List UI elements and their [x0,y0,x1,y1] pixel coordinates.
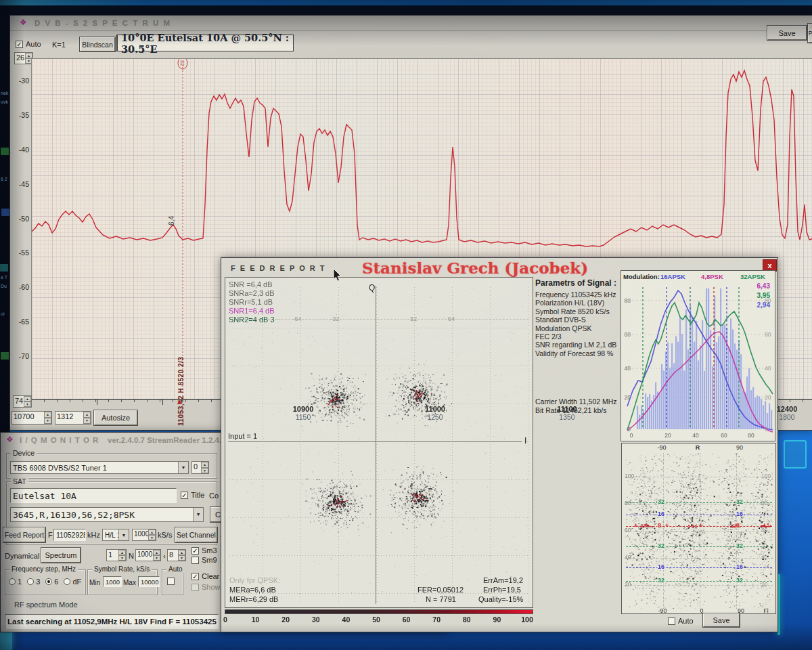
mouse-cursor-icon [333,269,344,282]
freq-step-radio-dF[interactable]: dF [64,578,81,586]
rate-spinner[interactable]: 1000 ▲▼ [132,529,156,541]
param-line: Symbol Rate 8520 kS/s [535,307,619,316]
constellation-axis-mark: 64 [445,315,458,322]
freq-step-radio-1[interactable]: 1 [9,578,22,586]
start-frequency-spinner[interactable]: 10700 ▲▼ [12,411,52,425]
quality-scale-number: 0 [217,615,234,624]
chevron-down-icon[interactable]: ▼ [118,529,129,540]
status-bar: Last searching at 11052,9MHz H/L 18V Fin… [5,614,219,629]
spinner-arrows-icon[interactable]: ▲▼ [201,462,208,473]
span-spinner[interactable]: 1312 ▲▼ [55,411,91,425]
max-rate-field[interactable]: 10000 [138,576,160,587]
spinner-arrows-icon[interactable]: ▲▼ [83,412,91,424]
desktop-icon [1,148,9,155]
fer-readout: FER=0,05012 [418,586,464,594]
min-rate-field[interactable]: 1000 [103,576,122,587]
fi-right-tick: 40 [761,554,773,561]
points-spinner[interactable]: 1000 ▲▼ [135,549,161,561]
autosize-button[interactable]: Autosize [94,410,137,425]
frequency-tick-sub: 1350 [549,413,585,421]
spectrum-y-tick-label: -70 [13,352,29,360]
radio-label: dF [72,578,81,586]
device-combo[interactable]: TBS 6908 DVBS/S2 Tuner 1 ▼ [10,461,189,474]
snr-line: SNRr=5,1 dB [229,298,275,307]
snr-line: SNRa=2,3 dB [229,289,275,298]
fi-save-button[interactable]: Save [703,613,740,627]
spinner-arrows-icon[interactable]: ▲▼ [118,550,126,561]
param-line: SNR regarding LM 2,1 dB [535,341,619,349]
spinner-arrows-icon[interactable]: ▲▼ [153,550,160,561]
spectrum-y-tick-label: -45 [13,180,29,188]
chevron-down-icon[interactable]: ▼ [193,508,203,521]
edge-clipped-button[interactable]: P [808,24,812,43]
bottom-level-spinner[interactable]: 74 ▲▼ [13,395,32,408]
window-spinner[interactable]: 8 ▲▼ [167,549,186,561]
mod-x-tick: 40 [690,432,702,439]
fi-top-label: -90 [653,444,671,451]
mod-y-tick-right: 80 [765,297,777,304]
freq-step-radio-3[interactable]: 3 [27,578,40,586]
top-screen-highlight [0,0,812,5]
params-title: Parametrs of Signal : [535,278,616,288]
input-label: Input = 1 [228,432,257,440]
avg-spinner[interactable]: 1 ▲▼ [106,549,127,561]
quality-scale-number: 70 [428,615,445,624]
auto-checkbox[interactable]: ✓ Auto [16,40,41,48]
sm9-checkbox[interactable]: Sm9 [191,556,217,564]
freq-step-radio-6[interactable]: 6 [45,578,58,586]
satellite-name-field[interactable]: Eutelsat 10A [10,488,177,503]
fi-threshold-line [626,581,772,582]
title-checkbox[interactable]: ✓ Title [181,491,204,499]
symbolrate-auto-checkbox[interactable] [167,578,175,585]
only-qpsk-label: Only for QPSK: [229,576,280,584]
sm3-checkbox[interactable]: ✓ Sm3 [191,546,217,555]
checkmark-icon: ✓ [191,547,199,555]
chevron-down-icon[interactable]: ▼ [178,462,188,473]
top-level-spinner[interactable]: 26 ▲▼ [14,52,33,64]
fi-threshold-label: 16 [657,511,665,517]
quality-scale-number: 60 [398,615,415,624]
frequency-tick-sub: 1800 [769,413,805,421]
satellite-title-field: 10°0E Eutelsat 10A @ 50.5°N : 30.5°E [116,35,294,51]
carrier-marker-text: 11053,42 H 8520 2/3 [177,332,185,426]
fi-auto-checkbox[interactable]: Auto [668,617,694,625]
show-checkbox[interactable]: Show [191,583,221,591]
fi-threshold-label: 32 [657,542,665,549]
color-checkbox-label-clipped[interactable]: Co [209,492,219,500]
spinner-arrows-icon[interactable]: ▲▼ [44,412,51,424]
feed-report-button[interactable]: Feed Report [3,527,45,542]
quality-scale-number: 20 [277,615,294,624]
frequency-tick: 110001250 [418,405,453,421]
spectrum-mode-button[interactable]: Spectrum [41,548,81,563]
frequency-field[interactable]: 11052928 [53,529,86,541]
clear-checkbox[interactable]: ✓ Clear [191,572,219,580]
spectrum-y-tick-label: -65 [13,318,29,326]
desktop-icon[interactable] [784,440,807,469]
polarization-combo[interactable]: H/L 1 ▼ [102,529,129,541]
i-axis-line [228,441,522,442]
spectrum-y-tick-label: -50 [13,215,29,223]
spectrum-titlebar[interactable]: ❖ D V B - S 2 S P E C T R U M [10,16,812,31]
spinner-arrows-icon[interactable]: ▲▼ [178,550,185,561]
constellation-axis-mark: 32 [407,315,420,322]
desktop-icon [1,209,9,216]
fi-left-tick: 80 [625,500,637,506]
save-button[interactable]: Save [767,26,807,40]
device-index-spinner[interactable]: 0 ▲▼ [191,461,209,474]
set-channel-button[interactable]: Set Channel [175,527,217,542]
spinner-arrows-icon[interactable]: ▲▼ [148,529,156,540]
mod-y-tick-right: 60 [765,331,777,338]
fi-threshold-label: 32 [657,498,665,505]
feed-report-window: F E E D R E P O R T Stanislav Grech (Jac… [221,257,778,632]
mod-x-tick: 20 [662,432,674,439]
errph-readout: ErrPh=19,5 [483,586,521,594]
watermark-text: Stanislav Grech (Jacobek) [330,259,621,277]
phase-chart-panel: 3232161688+++++323216163232 -90R90-90090… [621,443,776,614]
checkmark-icon: ✓ [191,573,199,580]
spinner-arrows-icon[interactable]: ▲▼ [24,396,31,407]
transponder-combo[interactable]: 3645,R,16130,56,S2;8PSK ▼ [10,507,204,522]
blindscan-button[interactable]: Blindscan [80,37,115,51]
fi-left-tick: 60 [625,527,637,534]
spectrum-y-tick-label: -60 [13,283,29,291]
quality-gradient-bar [225,609,533,614]
